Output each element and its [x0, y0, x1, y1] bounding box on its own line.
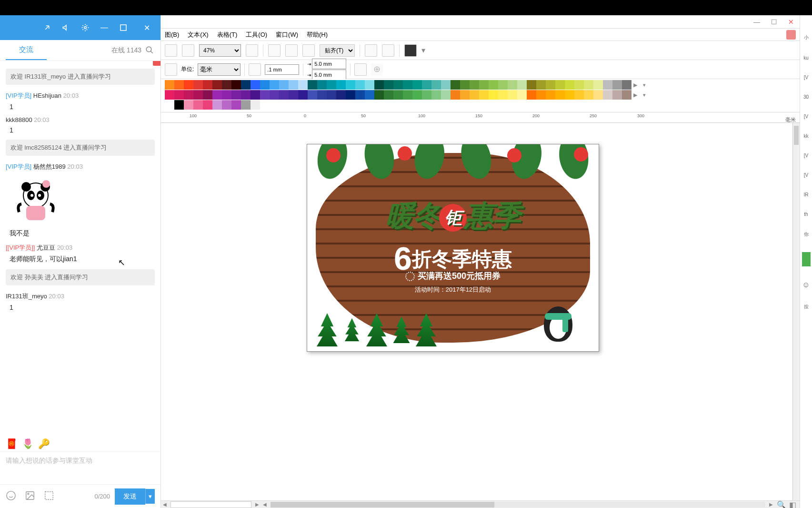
gear-icon[interactable] [80, 22, 91, 33]
menu-window[interactable]: 窗口(W) [276, 30, 298, 39]
color-swatch[interactable] [412, 80, 422, 90]
color-swatch[interactable] [184, 90, 193, 100]
image-icon[interactable] [25, 490, 37, 503]
gift-icon[interactable]: 🧧 [6, 438, 17, 449]
color-swatch[interactable] [584, 80, 593, 90]
page-prev-icon[interactable]: ◀ [161, 502, 169, 507]
color-swatch[interactable] [289, 80, 298, 90]
color-swatch[interactable] [251, 90, 260, 100]
color-swatch[interactable] [403, 90, 412, 100]
color-swatch[interactable] [451, 80, 460, 90]
export-icon[interactable] [182, 44, 194, 57]
zoom-select[interactable]: 47% [199, 44, 241, 57]
color-swatch[interactable] [374, 80, 384, 90]
key-icon[interactable]: 🔑 [38, 438, 50, 449]
color-swatch[interactable] [431, 80, 441, 90]
dup-x-input[interactable] [312, 59, 346, 69]
palette-more-icon[interactable]: ▶ [633, 91, 641, 99]
color-swatch[interactable] [527, 90, 536, 100]
color-swatch[interactable] [174, 90, 184, 100]
notice-indicator[interactable] [153, 61, 160, 66]
username[interactable]: 尤豆豆 [37, 244, 57, 251]
color-swatch[interactable] [336, 80, 346, 90]
color-swatch[interactable] [346, 90, 355, 100]
color-swatch[interactable] [231, 90, 241, 100]
color-swatch[interactable] [174, 80, 184, 90]
palette-more-icon[interactable]: ▶ [633, 81, 641, 89]
send-button[interactable]: 发送 [115, 488, 145, 505]
menu-text[interactable]: 文本(X) [188, 30, 208, 39]
color-swatch[interactable] [174, 100, 184, 110]
color-swatch[interactable] [441, 90, 451, 100]
editor-minimize-icon[interactable]: — [751, 17, 762, 27]
color-swatch[interactable] [165, 90, 174, 100]
right-panel-item[interactable]: [V [804, 75, 808, 80]
color-swatch[interactable] [384, 80, 393, 90]
color-swatch[interactable] [355, 80, 365, 90]
color-swatch[interactable] [479, 80, 489, 90]
color-swatch[interactable] [517, 80, 527, 90]
menu-help[interactable]: 帮助(H) [307, 30, 328, 39]
color-swatch[interactable] [203, 100, 212, 110]
color-swatch[interactable] [308, 90, 317, 100]
color-swatch[interactable] [451, 90, 460, 100]
color-swatch[interactable] [184, 80, 193, 90]
editor-close-icon[interactable]: ✕ [785, 17, 797, 27]
right-panel-item[interactable]: 你 [804, 231, 809, 238]
color-swatch[interactable] [565, 80, 574, 90]
right-panel-item[interactable]: 30 [803, 94, 809, 100]
color-swatch[interactable] [327, 80, 336, 90]
color-swatch[interactable] [422, 80, 431, 90]
vertical-scrollbar[interactable] [793, 123, 800, 500]
menu-tools[interactable]: 工具(O) [246, 30, 267, 39]
color-swatch[interactable] [184, 100, 193, 110]
color-swatch[interactable] [193, 80, 203, 90]
page-next-icon[interactable]: ▶ [253, 502, 261, 507]
right-panel-item[interactable]: th [804, 212, 808, 217]
color-swatch[interactable] [546, 80, 555, 90]
color-picker-icon[interactable]: ◧ [789, 500, 798, 508]
palette-menu-icon[interactable]: ▾ [643, 91, 651, 99]
username[interactable]: kkk88800 [6, 116, 34, 123]
color-swatch[interactable] [555, 80, 565, 90]
username[interactable]: HEshijuan [33, 92, 63, 99]
scroll-left-icon[interactable]: ◀ [261, 502, 269, 507]
color-swatch[interactable] [241, 90, 251, 100]
color-swatch[interactable] [241, 100, 251, 110]
right-action-button[interactable] [802, 252, 811, 266]
color-swatch[interactable] [460, 80, 470, 90]
color-swatch[interactable] [365, 80, 374, 90]
speaker-icon[interactable] [60, 22, 72, 33]
color-swatch[interactable] [593, 80, 603, 90]
color-swatch[interactable] [536, 90, 546, 100]
options-icon[interactable] [365, 44, 377, 57]
username[interactable]: 杨然然1989 [33, 163, 68, 170]
color-swatch[interactable] [193, 90, 203, 100]
popout-icon[interactable] [41, 22, 53, 33]
color-swatch[interactable] [241, 80, 251, 90]
color-swatch[interactable] [603, 80, 612, 90]
color-swatch[interactable] [470, 80, 479, 90]
online-count[interactable]: 在线 1143 [111, 46, 145, 55]
rulers-icon[interactable] [268, 44, 281, 57]
color-swatch[interactable] [270, 80, 279, 90]
page-navigator[interactable] [170, 501, 251, 508]
color-swatch[interactable] [393, 80, 403, 90]
search-icon[interactable] [145, 46, 155, 55]
dup-y-input[interactable] [312, 70, 346, 80]
color-swatch[interactable] [546, 90, 555, 100]
color-swatch[interactable] [298, 90, 308, 100]
horizontal-scrollbar[interactable]: ◀ ▶ ◀ ▶ 🔍 ◧ [161, 500, 800, 508]
color-swatch[interactable] [403, 80, 412, 90]
right-panel-item[interactable]: [V [804, 173, 808, 178]
right-panel-item[interactable]: [V [804, 153, 808, 158]
menu-table[interactable]: 表格(T) [217, 30, 238, 39]
color-swatch[interactable] [212, 90, 222, 100]
color-swatch[interactable] [346, 80, 355, 90]
color-swatch[interactable] [422, 90, 431, 100]
color-swatch[interactable] [574, 80, 584, 90]
color-swatch[interactable] [279, 80, 289, 90]
color-swatch[interactable] [355, 90, 365, 100]
color-swatch[interactable] [431, 90, 441, 100]
guides-icon[interactable] [302, 44, 315, 57]
